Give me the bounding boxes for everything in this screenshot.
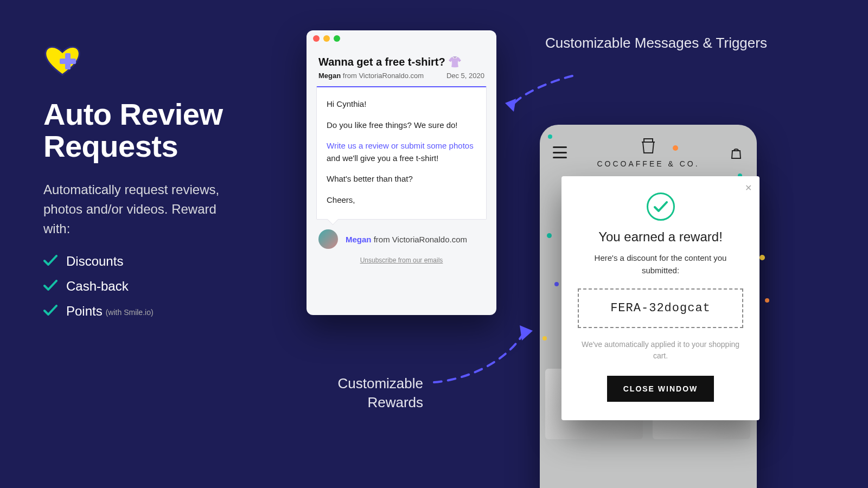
confetti-dot [542, 336, 547, 341]
benefit-label: Points [66, 304, 103, 319]
email-subject: Wanna get a free t-shirt? 👚 [318, 55, 484, 68]
benefit-label: Cash-back [66, 279, 129, 294]
window-zoom-dot[interactable] [334, 35, 340, 42]
callout-messages: Customizable Messages & Triggers [545, 34, 767, 53]
email-date: Dec 5, 2020 [446, 72, 484, 80]
page-subhead: Automatically request reviews, photos an… [43, 180, 228, 239]
benefit-cashback: Cash-back [43, 279, 271, 294]
store-brand: COCOAFFEE & CO. [597, 159, 699, 168]
check-icon [43, 304, 58, 319]
email-cta-line: Write us a review or submit some photos … [327, 140, 476, 164]
sig-name: Megan [346, 235, 372, 244]
close-window-button[interactable]: CLOSE WINDOW [607, 376, 714, 402]
callout-rewards: Customizable Rewards [326, 374, 423, 412]
benefit-label: Discounts [66, 254, 123, 269]
reward-title: You earned a reward! [578, 229, 743, 245]
check-icon [43, 254, 58, 269]
arrow-to-reward [429, 320, 537, 393]
heart-plus-logo [43, 44, 81, 77]
shopping-bag-icon[interactable] [730, 146, 744, 158]
email-signoff: Cheers, [327, 194, 476, 207]
confetti-dot [765, 298, 769, 303]
reward-modal: ✕ You earned a reward! Here's a discount… [561, 176, 760, 420]
discount-code[interactable]: FERA-32dogcat [578, 288, 743, 328]
arrow-to-email [502, 70, 583, 121]
sig-from: from VictoriaRonaldo.com [372, 235, 467, 244]
reward-lead: Here's a discount for the content you su… [578, 252, 743, 277]
window-close-dot[interactable] [313, 35, 320, 42]
confetti-dot [554, 282, 559, 286]
email-review-link[interactable]: Write us a review or submit some photos [327, 141, 474, 150]
hamburger-icon[interactable] [553, 146, 567, 158]
close-icon[interactable]: ✕ [745, 183, 752, 193]
confetti-dot [760, 255, 765, 260]
benefit-points: Points (with Smile.io) [43, 304, 271, 319]
benefit-fineprint: (with Smile.io) [106, 308, 154, 319]
confetti-dot [547, 233, 552, 238]
svg-rect-1 [60, 59, 76, 64]
coffee-cup-icon [641, 137, 656, 156]
window-minimize-dot[interactable] [323, 35, 330, 42]
email-body: Hi Cynthia! Do you like free things? We … [316, 86, 487, 220]
email-from: Megan from VictoriaRonaldo.com [318, 72, 424, 80]
check-icon [43, 279, 58, 294]
confetti-dot [673, 145, 678, 151]
avatar [318, 229, 338, 249]
success-check-icon [647, 192, 675, 221]
email-signature: Megan from VictoriaRonaldo.com [307, 220, 496, 253]
unsubscribe-link[interactable]: Unsubscribe from our emails [307, 253, 496, 272]
svg-marker-3 [520, 325, 533, 341]
email-preview-window: Wanna get a free t-shirt? 👚 Megan from V… [307, 30, 496, 315]
page-headline: Auto Review Requests [43, 99, 271, 163]
email-greeting: Hi Cynthia! [327, 98, 476, 111]
email-line1: Do you like free things? We sure do! [327, 119, 476, 132]
confetti-dot [548, 134, 552, 139]
window-traffic-lights [307, 30, 496, 47]
svg-marker-2 [505, 99, 516, 112]
benefit-discounts: Discounts [43, 254, 271, 269]
email-line3: What's better than that? [327, 173, 476, 185]
reward-applied-note: We've automatically applied it to your s… [578, 339, 743, 362]
